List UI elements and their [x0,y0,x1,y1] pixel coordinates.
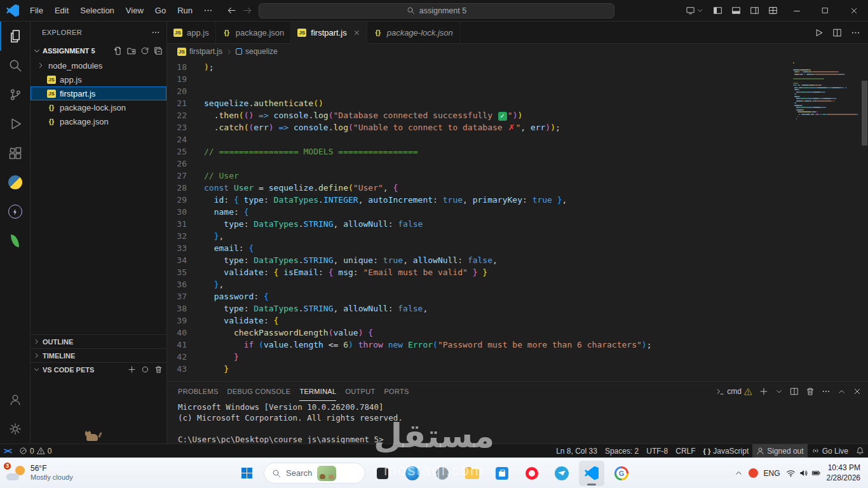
taskbar-app-gray-app[interactable] [430,461,455,486]
maximize-panel-button[interactable] [837,388,846,396]
pets-ball-button[interactable] [141,365,149,374]
terminal-output[interactable]: Microsoft Windows [Version 10.0.26200.78… [167,401,868,445]
menu-item-go[interactable]: Go [149,0,172,21]
toggle-panel-button[interactable] [727,0,745,21]
session-toggle-button[interactable] [681,6,709,15]
taskbar-app-edge[interactable] [400,461,425,486]
activity-run-debug-icon[interactable] [0,109,30,139]
start-button[interactable] [234,461,259,486]
activity-settings-icon[interactable] [0,414,30,444]
status-encoding[interactable]: UTF-8 [642,444,672,458]
breadcrumb-item-sequelize[interactable]: sequelize [236,47,278,56]
status-signed-out[interactable]: Signed out [752,444,807,458]
new-file-button[interactable] [114,46,123,55]
window-close-button[interactable] [839,0,868,21]
menu-item-edit[interactable]: Edit [49,0,74,21]
terminal-shell-chip[interactable]: cmd [716,387,752,396]
breadcrumb[interactable]: JSfirstpart.jssequelize [167,44,868,59]
status-language-mode[interactable]: { }JavaScript [700,444,753,458]
run-file-button[interactable] [814,28,824,37]
activity-thunder-client-icon[interactable] [0,197,30,226]
forward-arrow-icon[interactable] [243,6,252,15]
panel-tab-terminal[interactable]: TERMINAL [299,382,336,401]
window-minimize-button[interactable] [782,0,811,21]
activity-source-control-icon[interactable] [0,80,30,109]
new-folder-button[interactable] [127,46,136,55]
activity-search-icon[interactable] [0,51,30,80]
file-item-node_modules[interactable]: node_modules [31,58,166,72]
input-language[interactable]: ENG [764,469,780,478]
pets-remove-button[interactable] [154,365,163,374]
terminal-more-button[interactable] [822,387,831,396]
menu-item-selection[interactable]: Selection [74,0,119,21]
pets-add-button[interactable] [128,365,136,374]
close-panel-button[interactable] [853,387,862,396]
taskbar-search[interactable]: Search [264,463,365,484]
tray-status-icons[interactable] [786,468,821,478]
menu-item-view[interactable]: View [120,0,149,21]
split-editor-button[interactable] [832,28,842,37]
remote-indicator[interactable]: >< [0,444,15,458]
status-notifications[interactable] [852,444,868,458]
project-section-header[interactable]: ASSIGNMENT 5 [31,43,166,58]
close-tab-icon[interactable] [353,29,360,36]
panel-tab-output[interactable]: OUTPUT [345,382,375,401]
toggle-secondary-sidebar-button[interactable] [745,0,764,21]
file-item-firstpart.js[interactable]: JSfirstpart.js [31,86,166,100]
collapse-all-button[interactable] [154,46,163,55]
taskbar-app-microsoft-store[interactable] [489,461,515,486]
weather-widget[interactable]: 3 56°F Mostly cloudy [0,458,79,488]
tray-chevron-up-icon[interactable] [735,469,743,477]
activity-extensions-icon[interactable] [0,139,30,168]
taskbar-app-file-explorer[interactable] [459,461,485,486]
activity-python-icon[interactable] [0,168,30,197]
activity-mongodb-icon[interactable] [0,226,30,255]
status-cursor-position[interactable]: Ln 8, Col 33 [552,444,601,458]
pets-panel[interactable] [31,376,166,444]
editor-tab-app.js[interactable]: JSapp.js [167,22,216,43]
section-vs-code-pets[interactable]: VS CODE PETS [31,362,166,376]
scrollbar-thumb[interactable] [862,81,867,146]
breadcrumb-item-firstpart.js[interactable]: JSfirstpart.js [177,47,222,56]
editor-more-button[interactable] [851,28,860,37]
problems-status[interactable]: 0 0 [15,444,55,458]
kill-terminal-button[interactable] [806,387,815,396]
editor-tab-package.json[interactable]: {}package.json [216,22,292,43]
code-editor[interactable]: 18);192021sequelize.authenticate()22 .th… [167,59,792,381]
menu-overflow-button[interactable] [198,6,218,15]
section-outline[interactable]: OUTLINE [31,334,166,348]
menu-item-run[interactable]: Run [172,0,198,21]
file-item-package.json[interactable]: {}package.json [31,114,166,128]
customize-layout-button[interactable] [764,0,782,21]
status-eol[interactable]: CRLF [672,444,699,458]
refresh-button[interactable] [140,46,149,55]
command-center-search[interactable]: assignment 5 [259,3,614,18]
terminal-dropdown-button[interactable] [775,388,783,395]
clock[interactable]: 10:43 PM 2/28/2026 [827,463,860,483]
toggle-primary-sidebar-button[interactable] [709,0,727,21]
taskbar-app-telegram[interactable] [549,461,574,486]
panel-tab-problems[interactable]: PROBLEMS [178,382,219,401]
search-highlight-graphic[interactable] [317,466,336,481]
editor-tab-firstpart.js[interactable]: JSfirstpart.js [291,22,367,44]
new-terminal-button[interactable] [759,387,768,396]
menu-item-file[interactable]: File [24,0,49,21]
taskbar-app-chrome[interactable] [609,461,634,486]
panel-tab-debug-console[interactable]: DEBUG CONSOLE [227,382,291,401]
file-item-package-lock.json[interactable]: {}package-lock.json [31,100,166,114]
activity-explorer-icon[interactable] [0,22,30,51]
taskbar-app-vscode[interactable] [579,461,604,486]
status-go-live[interactable]: Go Live [808,444,852,458]
taskbar-app-opera[interactable] [519,461,545,486]
section-timeline[interactable]: TIMELINE [31,348,166,362]
editor-tab-package-lock.json[interactable]: {}package-lock.json [367,22,460,43]
tray-app-icon[interactable] [749,468,758,478]
sidebar-more-button[interactable] [151,28,160,37]
minimap[interactable] [792,59,860,381]
window-maximize-button[interactable] [811,0,839,21]
file-item-app.js[interactable]: JSapp.js [31,72,166,86]
panel-tab-ports[interactable]: PORTS [384,382,409,401]
taskbar-app-dark-app[interactable] [370,461,395,486]
pet-cat-sprite[interactable] [86,434,98,441]
split-terminal-button[interactable] [790,387,799,396]
